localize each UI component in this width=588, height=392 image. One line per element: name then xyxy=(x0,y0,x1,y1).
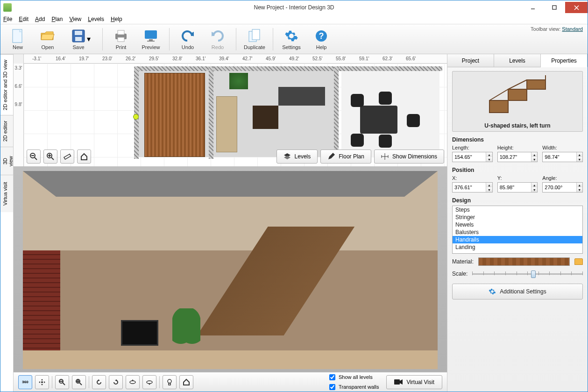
x-field[interactable] xyxy=(453,183,486,192)
tab-project[interactable]: Project xyxy=(447,54,494,67)
tab-virtual-visit[interactable]: Virtua visit xyxy=(0,175,13,212)
design-list-item[interactable]: Landing xyxy=(453,243,582,251)
design-listbox[interactable]: StepsStringerNewelsBalustersHandrailsLan… xyxy=(452,206,583,254)
spinner-down-icon[interactable]: ▼ xyxy=(486,157,492,162)
spinner-up-icon[interactable]: ▲ xyxy=(531,183,537,187)
design-list-item[interactable]: Newels xyxy=(453,221,582,228)
toolbar-new[interactable]: New xyxy=(4,26,31,53)
toolbar-view-link[interactable]: Standard xyxy=(562,26,583,32)
tab-3d-view[interactable]: 3D view xyxy=(0,147,13,175)
transparent-walls-input[interactable] xyxy=(329,384,335,390)
spinner-up-icon[interactable]: ▲ xyxy=(486,183,492,187)
home-3d-button[interactable] xyxy=(179,375,193,389)
toolbar-settings[interactable]: Settings xyxy=(278,26,305,53)
length-input[interactable]: ▲▼ xyxy=(452,152,493,162)
zoom-out-3d-button[interactable] xyxy=(55,375,69,389)
design-list-item[interactable]: Steps xyxy=(453,206,582,214)
spinner-up-icon[interactable]: ▲ xyxy=(531,152,537,157)
zoom-out-button[interactable] xyxy=(27,150,41,164)
toolbar-undo[interactable]: Undo xyxy=(174,26,201,53)
width-field[interactable] xyxy=(543,152,576,162)
pan-button[interactable] xyxy=(35,375,49,389)
menu-add[interactable]: Add xyxy=(35,16,45,22)
tab-properties[interactable]: Properties xyxy=(541,54,588,67)
svg-marker-52 xyxy=(400,379,403,385)
plan-2d-canvas[interactable]: Levels Floor Plan Show Dimensions xyxy=(24,64,447,166)
menu-help[interactable]: Help xyxy=(111,16,122,22)
redo-icon xyxy=(210,29,225,43)
x-input[interactable]: ▲▼ xyxy=(452,182,493,192)
y-input[interactable]: ▲▼ xyxy=(497,182,538,192)
spinner-down-icon[interactable]: ▼ xyxy=(531,187,537,192)
svg-marker-44 xyxy=(115,379,117,381)
slider-thumb[interactable] xyxy=(531,271,536,278)
angle-input[interactable]: ▲▼ xyxy=(542,182,583,192)
menu-levels[interactable]: Levels xyxy=(88,16,104,22)
tab-2d-editor[interactable]: 2D editor xyxy=(0,115,13,147)
toolbar-duplicate[interactable]: Duplicate xyxy=(241,26,268,53)
selection-handle[interactable] xyxy=(133,114,139,120)
additional-settings-label: Additional Settings xyxy=(500,288,546,295)
home-button[interactable] xyxy=(77,150,91,164)
angle-field[interactable] xyxy=(543,183,576,192)
width-input[interactable]: ▲▼ xyxy=(542,152,583,162)
spinner-down-icon[interactable]: ▼ xyxy=(577,187,582,192)
svg-rect-8 xyxy=(75,37,82,41)
design-list-item[interactable]: Stringer xyxy=(453,214,582,221)
spinner-down-icon[interactable]: ▼ xyxy=(486,187,492,192)
tab-levels[interactable]: Levels xyxy=(494,54,541,67)
lighting-button[interactable] xyxy=(163,375,177,389)
height-field[interactable] xyxy=(498,152,531,162)
menu-file[interactable]: File xyxy=(3,16,12,22)
svg-marker-53 xyxy=(489,100,508,113)
save-dropdown-arrow-icon[interactable]: ▾ xyxy=(87,35,91,43)
toolbar-separator xyxy=(102,28,103,50)
measure-button[interactable] xyxy=(60,150,74,164)
design-list-item[interactable]: Handrails xyxy=(453,236,582,243)
tab-2d-and-3d[interactable]: 2D editor and 3D view xyxy=(0,54,13,115)
additional-settings-button[interactable]: Additional Settings xyxy=(452,284,583,299)
virtual-visit-button[interactable]: Virtual Visit xyxy=(386,375,442,389)
toolbar-print[interactable]: Print xyxy=(107,26,135,53)
transparent-walls-checkbox[interactable]: Transparent walls xyxy=(327,383,379,392)
levels-button[interactable]: Levels xyxy=(276,150,318,164)
zoom-in-3d-button[interactable] xyxy=(72,375,86,389)
zoom-in-button[interactable] xyxy=(43,150,57,164)
rotate-left-button[interactable] xyxy=(92,375,106,389)
tilt-up-button[interactable] xyxy=(126,375,140,389)
minimize-button[interactable] xyxy=(522,2,544,13)
spinner-up-icon[interactable]: ▲ xyxy=(577,183,582,187)
ruler-tick: 59.1' xyxy=(359,56,383,61)
toolbar-preview[interactable]: Preview xyxy=(137,26,164,53)
spinner-down-icon[interactable]: ▼ xyxy=(531,157,537,162)
toolbar-new-label: New xyxy=(13,44,23,50)
length-field[interactable] xyxy=(453,152,486,162)
browse-material-button[interactable] xyxy=(574,258,583,265)
ruler-tick: 32.8' xyxy=(172,56,196,61)
y-field[interactable] xyxy=(498,183,531,192)
toolbar-save[interactable]: Save ▾ xyxy=(64,26,98,53)
maximize-button[interactable] xyxy=(544,2,565,13)
toolbar-open[interactable]: Open xyxy=(34,26,61,53)
toolbar-help[interactable]: ? Help xyxy=(308,26,335,53)
design-list-item[interactable]: Balusters xyxy=(453,228,582,236)
menu-view[interactable]: View xyxy=(69,16,81,22)
orbit-360-button[interactable]: 360 xyxy=(18,375,32,389)
show-all-levels-input[interactable] xyxy=(329,374,335,380)
tilt-down-button[interactable] xyxy=(142,375,156,389)
height-input[interactable]: ▲▼ xyxy=(497,152,538,162)
close-button[interactable] xyxy=(565,2,588,13)
spinner-up-icon[interactable]: ▲ xyxy=(486,152,492,157)
menu-plan[interactable]: Plan xyxy=(51,16,63,22)
scale-slider[interactable] xyxy=(472,270,583,278)
spinner-down-icon[interactable]: ▼ xyxy=(577,157,582,162)
show-all-levels-checkbox[interactable]: Show all levels xyxy=(327,373,379,382)
spinner-up-icon[interactable]: ▲ xyxy=(577,152,582,157)
show-dimensions-button[interactable]: Show Dimensions xyxy=(374,150,444,164)
toolbar-redo[interactable]: Redo xyxy=(204,26,231,53)
material-swatch[interactable] xyxy=(478,257,570,266)
menu-edit[interactable]: Edit xyxy=(19,16,28,22)
floor-plan-button[interactable]: Floor Plan xyxy=(320,150,371,164)
rotate-right-button[interactable] xyxy=(109,375,123,389)
view-3d-canvas[interactable]: 360 Show all levels Transparent xyxy=(14,166,447,392)
